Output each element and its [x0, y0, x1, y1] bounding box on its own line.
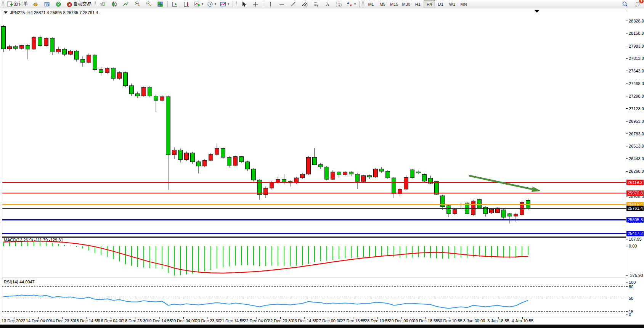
- candle-body: [368, 175, 372, 177]
- candle-body: [410, 170, 414, 177]
- candle-body: [502, 210, 506, 217]
- candle-body: [63, 49, 67, 54]
- candle-body: [276, 179, 280, 182]
- candle-body: [453, 210, 457, 214]
- rsi-axis-label: 0: [629, 312, 631, 317]
- candle-body: [93, 55, 97, 69]
- price-tick-label: 26443.0: [629, 156, 644, 161]
- candle-body: [252, 169, 256, 180]
- candle-body: [477, 199, 482, 208]
- candle-body: [349, 172, 353, 174]
- price-tick-label: 27298.0: [629, 94, 644, 98]
- candle-body: [50, 38, 55, 52]
- candle-body: [483, 207, 488, 214]
- candle-body: [154, 96, 158, 101]
- candle-body: [75, 51, 79, 59]
- candle-body: [270, 182, 274, 188]
- candle-body: [307, 158, 311, 174]
- time-axis-label: 22 Dec 04:00: [244, 318, 268, 323]
- price-tick-label: 27128.0: [629, 106, 644, 111]
- rsi-indicator-label: RSI(14) 44.0047: [4, 280, 35, 284]
- price-level-badge-label: 25605.3: [628, 217, 643, 222]
- rsi-axis-label: 100: [629, 280, 636, 285]
- candle-body: [496, 208, 500, 212]
- candle-body: [374, 169, 378, 177]
- time-axis-label: 30 Dec 10:55: [437, 318, 462, 323]
- candle-body: [300, 174, 305, 178]
- candle-body: [32, 37, 36, 49]
- chart-title: JPN225-,H4 25871.4 25895.8 25735.7 25761…: [10, 10, 98, 15]
- time-axis-label: 16 Dec 04:00: [98, 318, 123, 323]
- candle-body: [26, 45, 30, 49]
- candle-body: [148, 87, 152, 96]
- candle-body: [8, 47, 12, 49]
- price-level-badge-label: 25970.8: [628, 191, 643, 195]
- macd-axis-label: -375.93: [629, 273, 643, 278]
- candle-body: [178, 150, 183, 159]
- candle-body: [117, 72, 122, 78]
- candle-body: [124, 72, 128, 86]
- price-level-badge-label: 25761.4: [628, 206, 643, 211]
- candle-body: [185, 153, 189, 159]
- time-axis-label: 20 Dec 23:30: [195, 318, 220, 323]
- candle-body: [160, 96, 164, 100]
- candle-body: [2, 26, 6, 48]
- time-axis-label: 22 Dec 23:30: [268, 318, 293, 323]
- candle-body: [197, 162, 201, 166]
- chart-canvas[interactable]: 28328.028158.027983.027813.027643.027468…: [0, 0, 644, 328]
- time-axis-label: 14 Dec 04:00: [26, 318, 51, 323]
- candle-body: [404, 177, 408, 189]
- macd-axis-label: 107.95: [629, 237, 642, 241]
- candle-body: [282, 179, 286, 182]
- candle-body: [355, 174, 360, 182]
- candle-body: [331, 172, 335, 179]
- candle-body: [14, 47, 18, 48]
- candle-body: [239, 157, 244, 162]
- time-axis-label: 27 Dec 18:55: [340, 318, 365, 323]
- price-level-badge-label: 26119.2: [628, 180, 642, 185]
- trading-terminal-window: 新订单 自动交易: [0, 0, 644, 328]
- candle-body: [392, 178, 396, 194]
- candle-body: [20, 45, 24, 48]
- time-axis-label: 29 Dec 00:00: [389, 318, 414, 323]
- price-tick-label: 27813.0: [629, 56, 644, 61]
- candle-body: [227, 158, 231, 166]
- candle-body: [209, 154, 213, 160]
- candle-body: [435, 182, 439, 195]
- price-tick-label: 28328.0: [629, 19, 644, 23]
- candle-body: [136, 94, 140, 96]
- price-tick-label: 27983.0: [629, 44, 644, 48]
- time-axis-label: 4 Jan 10:55: [512, 318, 534, 323]
- rsi-axis-label: 50: [629, 296, 633, 301]
- candle-body: [191, 153, 195, 162]
- candle-body: [416, 172, 421, 173]
- candle-body: [38, 37, 42, 45]
- candle-body: [319, 165, 323, 167]
- candle-body: [337, 172, 341, 175]
- candle-body: [130, 86, 134, 94]
- time-axis-label: 21 Dec 14:55: [220, 318, 244, 323]
- candle-body: [508, 214, 512, 216]
- price-level-badge-label: 25417.2: [628, 231, 643, 236]
- time-axis-label: 23 Dec 14:55: [292, 318, 317, 323]
- horizontal-scrollbar[interactable]: [0, 325, 644, 328]
- candle-body: [111, 68, 116, 79]
- price-tick-label: 26953.0: [629, 119, 644, 124]
- price-tick-label: 26268.0: [629, 169, 644, 174]
- time-axis-label: 20 Dec 04:00: [171, 318, 196, 323]
- macd-axis-label: 0.00: [629, 244, 637, 248]
- time-axis-label: 27 Dec 00:00: [316, 318, 341, 323]
- candle-body: [490, 209, 494, 213]
- candle-body: [313, 158, 317, 165]
- time-axis-label: 29 Dec 18:55: [413, 318, 438, 323]
- candle-body: [514, 214, 518, 216]
- candle-body: [87, 55, 91, 62]
- time-axis-label: 14 Dec 23:30: [50, 318, 75, 323]
- candle-body: [447, 206, 451, 214]
- candle-body: [264, 188, 268, 195]
- candle-body: [221, 149, 225, 158]
- candle-body: [172, 150, 177, 154]
- candle-body: [166, 96, 170, 154]
- candle-body: [69, 51, 73, 55]
- candle-body: [380, 169, 384, 171]
